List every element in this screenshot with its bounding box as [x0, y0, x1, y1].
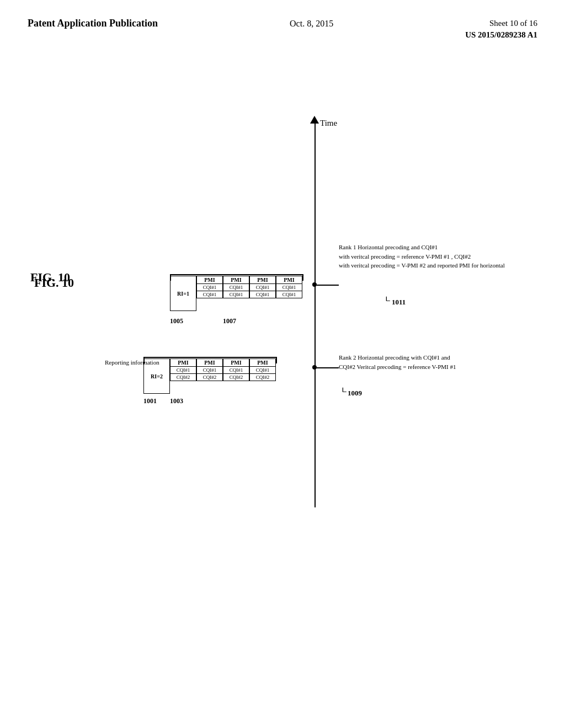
section-1007-label: 1007 — [223, 317, 236, 325]
slot-block-b4: PMI CQI#1 CQI#1 — [276, 276, 302, 298]
ri1-slot: RI=1 — [170, 276, 196, 311]
annotation-1009: Rank 2 Horizontal precoding with CQI#1 a… — [339, 353, 456, 371]
section-1005-label: 1005 — [170, 317, 183, 325]
bracket-1005-left — [170, 274, 171, 281]
fig-label: FIG. 10 — [34, 276, 74, 290]
time-label: Time — [320, 119, 337, 128]
timeline-arrow-icon — [310, 116, 319, 124]
page-header: Patent Application Publication Oct. 8, 2… — [0, 0, 565, 40]
slot-block-b2: PMI CQI#1 CQI#1 — [223, 276, 249, 298]
bracket-1005-right — [302, 274, 303, 281]
ref-1011: 1011 — [392, 298, 406, 307]
diagram-area: Time Reporting information RI=2 PMI CQI#… — [110, 88, 541, 695]
bracket-1009: └ — [339, 388, 347, 396]
ref-1009: 1009 — [348, 389, 362, 398]
cqi2-a1: CQI#2 — [170, 374, 196, 381]
patent-label: US 2015/0289238 A1 — [465, 30, 537, 40]
slot-block-b1: PMI CQI#1 CQI#1 — [196, 276, 223, 298]
bracket-1001-right — [276, 357, 277, 363]
slot-block-a4: PMI CQI#1 CQI#2 — [249, 358, 276, 381]
timeline-dot-lower — [312, 365, 317, 370]
timeline-line — [315, 121, 316, 507]
ri1-label: RI=1 — [177, 291, 189, 297]
pmi-a1: PMI — [170, 359, 196, 367]
timeline-dot-upper — [312, 282, 317, 287]
slot-block-a2: PMI CQI#1 CQI#2 — [196, 358, 223, 381]
slot-block-a3: PMI CQI#1 CQI#2 — [223, 358, 249, 381]
publication-label: Patent Application Publication — [28, 17, 158, 30]
bracket-1005-top — [170, 274, 303, 275]
cqi1-a1: CQI#1 — [170, 367, 196, 374]
bracket-1001-top — [143, 357, 277, 358]
ri2-label: RI=2 — [151, 373, 163, 379]
bracket-1001-left — [143, 357, 145, 363]
slot-block-b3: PMI CQI#1 CQI#1 — [249, 276, 276, 298]
ri2-slot: RI=2 — [143, 358, 170, 394]
section-1003-label: 1003 — [170, 397, 183, 405]
annotation-1011: Rank 1 Horizontal precoding and CQI#1 wi… — [339, 243, 505, 270]
sheet-label: Sheet 10 of 16 — [489, 19, 537, 28]
bracket-1011: └ — [383, 297, 390, 305]
slot-block-a1: PMI CQI#1 CQI#2 — [170, 358, 196, 381]
h-line-lower — [317, 367, 339, 368]
section-1001-label: 1001 — [143, 397, 157, 405]
date-label: Oct. 8, 2015 — [290, 19, 333, 29]
h-line-upper — [317, 285, 339, 286]
